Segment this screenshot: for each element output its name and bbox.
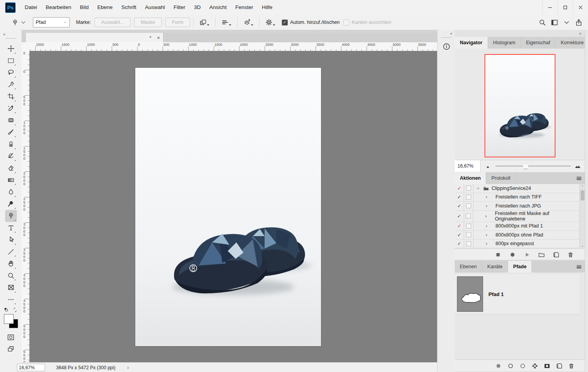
- tool-magic-wand[interactable]: [5, 79, 17, 91]
- tool-mode-select[interactable]: Pfad: [33, 17, 70, 27]
- workspace-icon[interactable]: [551, 19, 558, 26]
- ruler-corner[interactable]: [22, 42, 30, 51]
- action-row[interactable]: ✓›800x800px mit Pfad 1: [455, 222, 579, 231]
- scrollbar-thumb[interactable]: [581, 190, 584, 200]
- menu-bild[interactable]: Bild: [76, 0, 93, 15]
- document-tab[interactable]: * ×: [26, 33, 163, 42]
- path-operations-icon[interactable]: [200, 18, 209, 27]
- stack-icon[interactable]: [243, 18, 253, 27]
- collapse-set-icon[interactable]: ›: [475, 184, 481, 193]
- action-row[interactable]: ✓›800px eingepasst: [455, 240, 579, 249]
- navigator-proxy-view[interactable]: [485, 55, 555, 157]
- panel-menu-icon[interactable]: [573, 172, 585, 184]
- chevron-down-icon[interactable]: [563, 19, 570, 26]
- tab-eigenschaf[interactable]: Eigenschaf: [521, 37, 556, 49]
- action-enabled-check-icon[interactable]: ✓: [455, 231, 464, 239]
- document-canvas[interactable]: [135, 68, 321, 346]
- menu-ansicht[interactable]: Ansicht: [205, 0, 231, 15]
- close-tab-icon[interactable]: ×: [157, 35, 160, 41]
- action-row[interactable]: ✓›Freistellen nach TIFF: [455, 193, 579, 202]
- tool-blur[interactable]: [5, 186, 17, 198]
- tool-frame[interactable]: [5, 282, 17, 294]
- new-path-button[interactable]: [556, 362, 563, 369]
- gear-icon[interactable]: [265, 18, 275, 27]
- tool-dodge[interactable]: [5, 198, 17, 210]
- expand-action-icon[interactable]: ›: [473, 213, 492, 219]
- add-mask-button[interactable]: [544, 362, 550, 369]
- tool-eraser[interactable]: [5, 162, 17, 174]
- status-chevron-icon[interactable]: ›: [127, 365, 129, 370]
- foreground-color-swatch[interactable]: [4, 314, 14, 324]
- info-panel-button[interactable]: [441, 41, 452, 52]
- expand-action-icon[interactable]: ›: [474, 232, 492, 238]
- trash-button[interactable]: [567, 251, 574, 258]
- tool-eyedropper[interactable]: [5, 103, 17, 115]
- menu-schrift[interactable]: Schrift: [117, 0, 140, 15]
- default-colors-icon[interactable]: [4, 306, 9, 313]
- navigator-zoom-slider[interactable]: [495, 160, 571, 172]
- scroll-up-icon[interactable]: ⌃: [581, 185, 584, 189]
- slider-thumb[interactable]: [523, 163, 529, 169]
- navigator-zoom-field[interactable]: 16,67%: [455, 160, 481, 172]
- tab-protokoll[interactable]: Protokoll: [486, 172, 516, 184]
- tool-clone-stamp[interactable]: [5, 138, 17, 150]
- screen-mode-button[interactable]: [5, 343, 17, 355]
- collapse-dock-button[interactable]: «: [450, 31, 453, 36]
- fill-path-button[interactable]: [495, 362, 502, 369]
- menu-hilfe[interactable]: Hilfe: [258, 0, 277, 15]
- toolbar-grip[interactable]: [5, 38, 16, 40]
- new-action-button[interactable]: [553, 251, 559, 258]
- tab-pfade[interactable]: Pfade: [508, 261, 532, 273]
- dock-grip[interactable]: [441, 37, 451, 38]
- tool-rectangular-marquee[interactable]: [5, 55, 17, 67]
- tool-path-selection[interactable]: [5, 234, 17, 246]
- color-swatches[interactable]: [4, 314, 18, 328]
- expand-action-icon[interactable]: ›: [474, 203, 492, 209]
- action-dialog-toggle[interactable]: [464, 240, 474, 248]
- tool-gradient[interactable]: [5, 174, 17, 186]
- stop-button[interactable]: [495, 251, 501, 258]
- action-row[interactable]: ✓›800x800px ohne Pfad: [455, 231, 579, 240]
- action-dialog-toggle[interactable]: [464, 193, 474, 202]
- action-dialog-toggle[interactable]: [464, 184, 474, 193]
- tool-crop[interactable]: [5, 90, 17, 103]
- close-button[interactable]: [573, 0, 588, 15]
- menu-auswahl[interactable]: Auswahl: [141, 0, 169, 15]
- expand-action-icon[interactable]: ›: [474, 241, 492, 246]
- path-thumbnail[interactable]: [457, 276, 483, 312]
- tool-move[interactable]: [5, 43, 17, 55]
- tool-hand[interactable]: [5, 258, 17, 270]
- tab-ebenen[interactable]: Ebenen: [455, 261, 482, 273]
- tool-brush[interactable]: [5, 126, 17, 139]
- search-icon[interactable]: [539, 19, 546, 26]
- tab-kanäle[interactable]: Kanäle: [482, 261, 508, 273]
- minimize-button[interactable]: [542, 0, 557, 15]
- tab-histogram[interactable]: Histogram: [488, 37, 521, 49]
- tool-history-brush[interactable]: [5, 150, 17, 163]
- tool-more-tools[interactable]: [5, 294, 17, 306]
- action-dialog-toggle[interactable]: [464, 211, 474, 222]
- tab-navigator[interactable]: Navigator: [455, 37, 488, 49]
- menu-fenster[interactable]: Fenster: [231, 0, 258, 15]
- tab-korrekture[interactable]: Korrekture: [555, 37, 588, 49]
- action-row[interactable]: ✓›Freistellen nach JPG: [455, 202, 579, 211]
- folder-button[interactable]: [538, 251, 545, 258]
- panel-menu-icon[interactable]: [573, 261, 585, 273]
- expand-action-icon[interactable]: ›: [474, 194, 492, 200]
- action-dialog-toggle[interactable]: [464, 202, 474, 210]
- action-dialog-toggle[interactable]: [464, 222, 474, 231]
- tool-lasso[interactable]: [5, 67, 17, 79]
- menu-bearbeiten[interactable]: Bearbeiten: [42, 0, 76, 15]
- tool-pen[interactable]: [5, 210, 17, 222]
- action-enabled-check-icon[interactable]: ✓: [455, 202, 464, 210]
- maximize-button[interactable]: [557, 0, 573, 15]
- path-from-selection-button[interactable]: [532, 362, 538, 369]
- menu-3d[interactable]: 3D: [190, 0, 205, 15]
- zoom-out-mountain-icon[interactable]: [485, 163, 492, 170]
- tab-aktionen[interactable]: Aktionen: [455, 172, 486, 184]
- expand-action-icon[interactable]: ›: [474, 223, 492, 229]
- menu-datei[interactable]: Datei: [20, 0, 42, 15]
- action-enabled-check-icon[interactable]: ✓: [455, 193, 464, 202]
- action-enabled-check-icon[interactable]: ✓: [455, 211, 464, 222]
- selection-from-path-button[interactable]: [519, 362, 526, 369]
